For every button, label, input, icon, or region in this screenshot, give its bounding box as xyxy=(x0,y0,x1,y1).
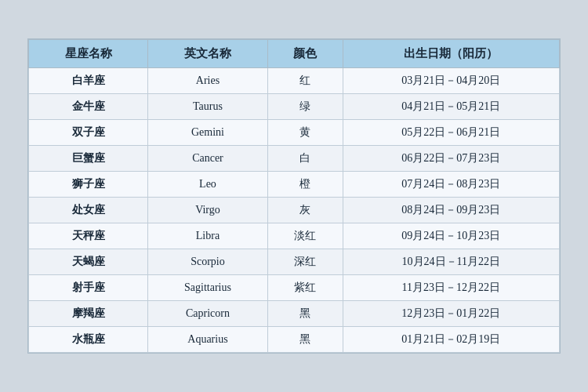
col-header-chinese: 星座名称 xyxy=(29,40,148,68)
cell-dates: 11月23日－12月22日 xyxy=(343,275,559,301)
cell-chinese: 狮子座 xyxy=(29,172,148,198)
col-header-dates: 出生日期（阳历） xyxy=(343,40,559,68)
cell-english: Cancer xyxy=(148,146,267,172)
cell-color: 淡红 xyxy=(267,223,343,249)
cell-color: 绿 xyxy=(267,94,343,120)
cell-english: Aries xyxy=(148,68,267,94)
table-row: 处女座Virgo灰08月24日－09月23日 xyxy=(29,198,560,223)
cell-english: Virgo xyxy=(148,198,267,223)
cell-english: Capricorn xyxy=(148,301,267,327)
cell-dates: 03月21日－04月20日 xyxy=(343,68,559,94)
cell-english: Scorpio xyxy=(148,249,267,275)
cell-chinese: 天秤座 xyxy=(29,223,148,249)
cell-dates: 12月23日－01月22日 xyxy=(343,301,559,327)
cell-english: Leo xyxy=(148,172,267,198)
table-row: 白羊座Aries红03月21日－04月20日 xyxy=(29,68,560,94)
cell-chinese: 天蝎座 xyxy=(29,249,148,275)
cell-color: 黑 xyxy=(267,327,343,353)
cell-dates: 01月21日－02月19日 xyxy=(343,327,559,353)
cell-color: 橙 xyxy=(267,172,343,198)
cell-english: Aquarius xyxy=(148,327,267,353)
table-row: 水瓶座Aquarius黑01月21日－02月19日 xyxy=(29,327,560,353)
cell-chinese: 白羊座 xyxy=(29,68,148,94)
table-row: 天秤座Libra淡红09月24日－10月23日 xyxy=(29,223,560,249)
cell-dates: 05月22日－06月21日 xyxy=(343,120,559,146)
zodiac-table-container: 星座名称 英文名称 颜色 出生日期（阳历） 白羊座Aries红03月21日－04… xyxy=(27,38,561,354)
table-row: 双子座Gemini黄05月22日－06月21日 xyxy=(29,120,560,146)
col-header-color: 颜色 xyxy=(267,40,343,68)
table-row: 狮子座Leo橙07月24日－08月23日 xyxy=(29,172,560,198)
cell-color: 黄 xyxy=(267,120,343,146)
cell-color: 灰 xyxy=(267,198,343,223)
table-row: 金牛座Taurus绿04月21日－05月21日 xyxy=(29,94,560,120)
table-header-row: 星座名称 英文名称 颜色 出生日期（阳历） xyxy=(29,40,560,68)
cell-dates: 08月24日－09月23日 xyxy=(343,198,559,223)
cell-color: 紫红 xyxy=(267,275,343,301)
table-row: 射手座Sagittarius紫红11月23日－12月22日 xyxy=(29,275,560,301)
cell-color: 红 xyxy=(267,68,343,94)
cell-chinese: 射手座 xyxy=(29,275,148,301)
cell-dates: 07月24日－08月23日 xyxy=(343,172,559,198)
cell-chinese: 巨蟹座 xyxy=(29,146,148,172)
table-row: 天蝎座Scorpio深红10月24日－11月22日 xyxy=(29,249,560,275)
table-row: 摩羯座Capricorn黑12月23日－01月22日 xyxy=(29,301,560,327)
cell-dates: 04月21日－05月21日 xyxy=(343,94,559,120)
cell-dates: 06月22日－07月23日 xyxy=(343,146,559,172)
cell-chinese: 处女座 xyxy=(29,198,148,223)
table-row: 巨蟹座Cancer白06月22日－07月23日 xyxy=(29,146,560,172)
cell-english: Gemini xyxy=(148,120,267,146)
cell-chinese: 金牛座 xyxy=(29,94,148,120)
col-header-english: 英文名称 xyxy=(148,40,267,68)
cell-color: 白 xyxy=(267,146,343,172)
cell-english: Sagittarius xyxy=(148,275,267,301)
cell-dates: 10月24日－11月22日 xyxy=(343,249,559,275)
cell-dates: 09月24日－10月23日 xyxy=(343,223,559,249)
cell-color: 黑 xyxy=(267,301,343,327)
cell-chinese: 摩羯座 xyxy=(29,301,148,327)
cell-english: Taurus xyxy=(148,94,267,120)
cell-english: Libra xyxy=(148,223,267,249)
cell-chinese: 双子座 xyxy=(29,120,148,146)
zodiac-table: 星座名称 英文名称 颜色 出生日期（阳历） 白羊座Aries红03月21日－04… xyxy=(28,39,560,353)
cell-color: 深红 xyxy=(267,249,343,275)
cell-chinese: 水瓶座 xyxy=(29,327,148,353)
table-body: 白羊座Aries红03月21日－04月20日金牛座Taurus绿04月21日－0… xyxy=(29,68,560,353)
